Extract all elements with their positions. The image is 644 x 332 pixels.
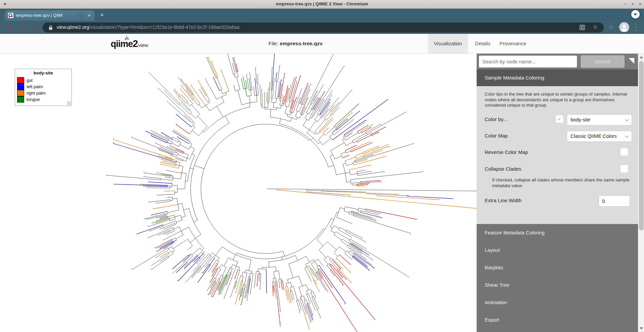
browser-toolbar: view.qiime2.org/visualization/?type=html…	[0, 21, 644, 34]
url-domain: view.qiime2.org	[57, 24, 89, 30]
legend-label: tongue	[26, 97, 40, 102]
close-window-button[interactable]: ×	[639, 1, 641, 6]
reverse-color-map-label: Reverse Color Map	[485, 149, 528, 155]
legend-item: gut	[15, 77, 71, 84]
scroll-up-icon[interactable]	[640, 56, 643, 58]
section-animation[interactable]: Animation	[477, 294, 638, 311]
tab-search-button[interactable]	[631, 10, 640, 18]
tree-legend[interactable]: body-site gut left palm right palm tongu…	[15, 69, 72, 106]
bookmark-star-icon[interactable]: ☆	[593, 24, 598, 30]
browser-window: empress-tree.qzv | QIIME 2 View - Chromi…	[0, 0, 644, 332]
browser-tab[interactable]: empress-tree.qzv | QIIM ×	[5, 10, 95, 21]
logo-sub: view	[138, 42, 148, 48]
search-input[interactable]	[479, 55, 577, 68]
chevron-down-icon	[625, 134, 629, 137]
window-title: empress-tree.qzv | QIIME 2 View - Chromi…	[0, 1, 644, 6]
extensions-puzzle-icon[interactable]	[608, 24, 614, 30]
maximize-button[interactable]: +	[632, 1, 634, 6]
panel-scrollbar[interactable]	[638, 54, 644, 332]
color-by-value: body-site	[571, 117, 590, 122]
tree-edges	[106, 54, 477, 323]
tab-visualization[interactable]: Visualization	[428, 34, 468, 53]
browser-menu-icon[interactable]: •••	[635, 22, 637, 32]
extra-line-width-input[interactable]	[599, 196, 630, 207]
collapsed-sections: Feature Metadata Coloring Layout Barplot…	[477, 224, 638, 332]
chevron-down-icon	[634, 13, 637, 16]
lock-icon	[49, 25, 53, 30]
search-bar-row: Search	[477, 54, 638, 69]
back-icon[interactable]	[7, 24, 14, 31]
tree-edges	[113, 54, 453, 320]
qiime2view-logo[interactable]: qiime2view	[111, 38, 148, 49]
search-button[interactable]: Search	[581, 55, 625, 68]
logo-tree-icon	[124, 35, 129, 41]
forward-icon[interactable]	[19, 24, 26, 31]
collapse-clades-label: Collapse Clades	[485, 166, 521, 172]
collapse-clades-help: If checked, collapse all clades whose me…	[492, 177, 631, 188]
check-icon: ✓	[557, 116, 561, 122]
legend-resize-handle[interactable]	[67, 101, 71, 105]
reverse-color-map-checkbox[interactable]	[621, 148, 628, 156]
section-feature-metadata-coloring[interactable]: Feature Metadata Coloring	[477, 224, 638, 241]
tree-edges	[152, 76, 359, 301]
tree-edges	[113, 57, 477, 330]
file-prefix: File:	[268, 41, 278, 46]
color-map-select[interactable]: Classic QIIME Colors	[567, 131, 632, 142]
section-barplots[interactable]: Barplots	[477, 259, 638, 276]
new-tab-button[interactable]: +	[98, 11, 106, 19]
file-name: empress-tree.qzv	[280, 41, 323, 46]
color-by-label: Color by...	[485, 116, 507, 122]
reload-icon[interactable]	[32, 24, 39, 31]
url-text: view.qiime2.org/visualization/?type=html…	[57, 24, 239, 30]
empress-side-panel: Search Sample Metadata Coloring Color ti…	[477, 54, 638, 332]
tab-close-button[interactable]: ×	[86, 12, 92, 18]
tab-title: empress-tree.qzv | QIIM	[16, 13, 83, 19]
logo-num: 2	[133, 38, 138, 49]
color-map-value: Classic QIIME Colors	[571, 133, 617, 139]
legend-label: right palm	[26, 91, 46, 96]
tab-provenance[interactable]: Provenance	[497, 34, 529, 53]
legend-item: right palm	[15, 90, 71, 97]
legend-swatch-left-palm	[17, 84, 24, 90]
qiime2-favicon	[8, 13, 13, 18]
file-name-label: File: empress-tree.qzv	[268, 41, 322, 47]
color-by-select[interactable]: body-site	[567, 114, 632, 125]
apps-grid-icon[interactable]	[579, 24, 585, 31]
person-icon	[619, 22, 629, 32]
tab-title-fade	[75, 12, 84, 19]
scrollbar-thumb[interactable]	[639, 61, 644, 230]
scroll-down-icon[interactable]	[640, 327, 643, 330]
legend-item: left palm	[15, 84, 71, 90]
tab-details[interactable]: Details	[471, 34, 494, 53]
legend-swatch-gut	[17, 77, 24, 84]
tab-strip: empress-tree.qzv | QIIM × +	[0, 9, 644, 21]
collapse-clades-checkbox[interactable]	[621, 165, 628, 172]
profile-avatar[interactable]	[619, 22, 629, 32]
url-path: /visualization/?type=html&src=12f23a1e-8…	[89, 24, 239, 30]
section-layout[interactable]: Layout	[477, 241, 638, 259]
legend-label: left palm	[26, 84, 43, 89]
url-bar[interactable]: view.qiime2.org/visualization/?type=html…	[43, 22, 604, 33]
section-shear-tree[interactable]: Shear Tree	[477, 276, 638, 294]
legend-swatch-tongue	[17, 96, 24, 103]
os-title-bar: empress-tree.qzv | QIIME 2 View - Chromi…	[0, 0, 644, 9]
section-export[interactable]: Export	[477, 311, 638, 329]
qiime2view-header: qiime2view File: empress-tree.qzv Visual…	[0, 34, 644, 54]
extra-line-width-label: Extra Line Width	[485, 198, 522, 203]
legend-swatch-right-palm	[17, 90, 24, 96]
chevron-down-icon	[625, 117, 629, 121]
minimize-button[interactable]: –	[625, 1, 627, 6]
section-sample-metadata-coloring[interactable]: Sample Metadata Coloring	[477, 69, 638, 86]
color-by-checkbox[interactable]: ✓	[556, 115, 563, 123]
legend-item: tongue	[15, 97, 71, 103]
tree-viewport: body-site gut left palm right palm tongu…	[0, 54, 477, 332]
hide-panel-icon[interactable]	[629, 58, 634, 64]
color-map-label: Color Map	[485, 133, 508, 139]
legend-title: body-site	[15, 69, 71, 75]
legend-label: gut	[26, 78, 33, 83]
section-description: Color tips in the tree that are unique t…	[485, 92, 635, 108]
sample-metadata-coloring-body: Color tips in the tree that are unique t…	[477, 86, 638, 224]
